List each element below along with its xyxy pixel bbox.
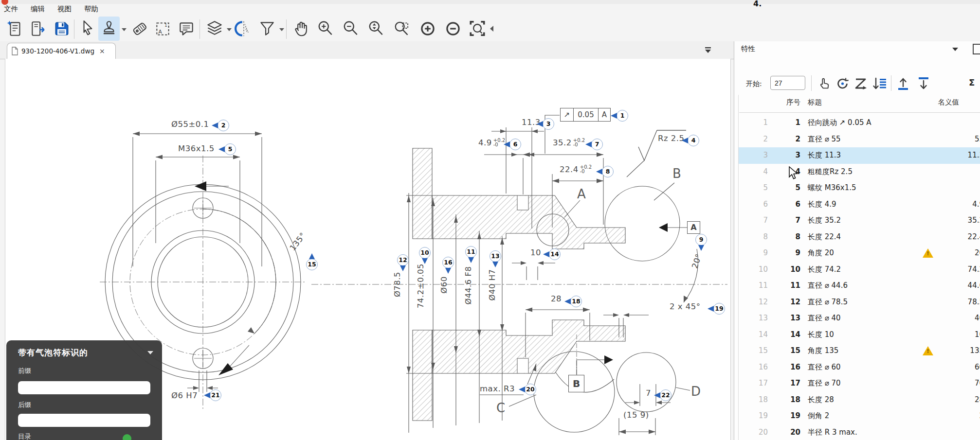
zoom-out-button[interactable] xyxy=(340,17,362,41)
nominal-value-cell: 60 xyxy=(920,363,980,371)
suffix-label: 后缀 xyxy=(18,401,31,409)
prefix-input[interactable] xyxy=(18,381,150,394)
sort-list-button[interactable] xyxy=(871,74,889,93)
column-header-num[interactable]: 序号 xyxy=(772,98,800,107)
nominal-value-cell: 44.6 xyxy=(920,281,980,290)
table-row[interactable]: 1919倒角 22 xyxy=(739,408,980,424)
dimension-title-cell: 粗糙度Rz 2.5 xyxy=(808,167,853,176)
balloon-number-cell: 16 xyxy=(772,363,800,371)
column-header-value[interactable]: 名义值 xyxy=(906,98,959,107)
table-row[interactable]: 22直径 ⌀ 5555 xyxy=(739,131,980,148)
decrease-button[interactable] xyxy=(442,17,464,41)
table-row[interactable]: 1313直径 ⌀ 4040 xyxy=(739,310,980,327)
tab-overflow-icon[interactable] xyxy=(704,46,712,54)
row-index: 10 xyxy=(743,265,768,274)
mirror-view-button[interactable] xyxy=(233,17,255,41)
menu-item[interactable]: 视图 xyxy=(57,4,72,15)
open-file-button[interactable] xyxy=(27,17,50,41)
stamp-dropdown-caret[interactable] xyxy=(122,28,127,31)
nominal-value-cell: 20 xyxy=(920,248,980,257)
table-row[interactable]: 1818长度 2828 xyxy=(739,392,980,408)
table-row[interactable]: 88长度 22.422.4 xyxy=(739,229,980,246)
table-row[interactable]: 1414长度 1010 xyxy=(739,327,980,343)
chevron-down-icon[interactable] xyxy=(952,48,958,51)
renumber-rotate-button[interactable] xyxy=(834,74,852,93)
sum-button[interactable]: Σ xyxy=(969,77,975,88)
dimension-title-cell: 倒角 2 xyxy=(808,411,829,421)
stamp-tool-button[interactable] xyxy=(98,17,120,41)
balloon-number-cell: 1 xyxy=(772,118,800,127)
nominal-value-cell: 70 xyxy=(920,379,980,387)
row-index: 20 xyxy=(743,428,768,437)
dimension-title-cell: 径向跳动 ↗ 0.05 A xyxy=(808,118,871,127)
table-row[interactable]: 1717直径 ⌀ 7070 xyxy=(739,375,980,392)
filter-button[interactable] xyxy=(256,17,278,41)
increase-button[interactable] xyxy=(417,17,439,41)
row-index: 15 xyxy=(743,346,768,355)
table-row[interactable]: 44粗糙度Rz 2.5 xyxy=(739,164,980,180)
nominal-value-cell: 22.4 xyxy=(920,232,980,241)
mouse-cursor xyxy=(788,166,801,181)
row-index: 16 xyxy=(743,363,768,371)
nominal-value-cell: 135 xyxy=(920,346,980,355)
start-label: 开始: xyxy=(746,80,762,88)
dock-pin-icon[interactable] xyxy=(973,44,980,54)
table-row[interactable]: 2020半径 R 3 max. xyxy=(739,424,980,440)
save-button[interactable] xyxy=(51,17,73,41)
table-row[interactable]: 1212直径 ⌀ 78.578.5 xyxy=(739,294,980,311)
layers-button[interactable] xyxy=(203,17,226,41)
table-row[interactable]: 1010长度 74.274.2 xyxy=(739,262,980,278)
suffix-input[interactable] xyxy=(18,414,150,427)
import-button[interactable] xyxy=(894,74,912,93)
dimension-title-cell: 直径 ⌀ 60 xyxy=(808,363,841,372)
tab-close-icon[interactable]: × xyxy=(99,47,105,55)
table-row[interactable]: 33长度 11.311.3 xyxy=(739,147,980,164)
tag-tool-button[interactable] xyxy=(128,17,151,41)
z-order-button[interactable] xyxy=(852,74,871,93)
select-cursor-button[interactable] xyxy=(77,17,99,41)
balloon-number-cell: 14 xyxy=(772,330,800,339)
row-index: 7 xyxy=(743,216,768,225)
row-index: 6 xyxy=(743,200,768,209)
menu-item[interactable]: 帮助 xyxy=(84,4,98,15)
dimension-title-cell: 长度 35.2 xyxy=(808,216,841,225)
properties-title: 特性 xyxy=(741,44,755,53)
chevron-down-icon[interactable] xyxy=(147,351,153,354)
filter-dropdown-caret[interactable] xyxy=(279,28,284,31)
region-text-select-button[interactable]: A1 xyxy=(152,17,174,41)
tab-title: 930-1200-406-V1.dwg xyxy=(21,47,94,55)
table-row[interactable]: 99角度 20!20 xyxy=(739,245,980,262)
table-row[interactable]: 55螺纹 M36x1.5 xyxy=(739,180,980,196)
row-index: 17 xyxy=(743,379,768,387)
table-row[interactable]: 11径向跳动 ↗ 0.05 A xyxy=(739,115,980,131)
layers-dropdown-caret[interactable] xyxy=(227,28,232,31)
dimension-title-cell: 角度 20 xyxy=(808,248,834,258)
column-header-title[interactable]: 标题 xyxy=(808,98,822,107)
pick-balloon-button[interactable] xyxy=(815,74,834,93)
document-tab[interactable]: 930-1200-406-V1.dwg × xyxy=(7,43,116,59)
comment-button[interactable] xyxy=(175,17,198,41)
export-button[interactable] xyxy=(914,74,933,93)
table-row[interactable]: 1616直径 ⌀ 6060 xyxy=(739,359,980,376)
zoom-selection-button[interactable] xyxy=(466,17,489,41)
new-file-button[interactable] xyxy=(4,17,26,41)
balloon-number-cell: 5 xyxy=(772,183,800,192)
table-row[interactable]: 77长度 35.235.2 xyxy=(739,212,980,229)
table-row[interactable]: 1111直径 ⌀ 44.644.6 xyxy=(739,278,980,294)
start-number-input[interactable] xyxy=(770,76,805,90)
prefix-label: 前缀 xyxy=(18,367,31,375)
collapse-toolbar-button[interactable] xyxy=(487,17,496,41)
zoom-window-button[interactable] xyxy=(391,17,414,41)
table-row[interactable]: 1515角度 135!135 xyxy=(739,343,980,359)
zoom-in-button[interactable] xyxy=(314,17,337,41)
menu-item[interactable]: 文件 xyxy=(4,4,18,15)
pan-hand-button[interactable] xyxy=(290,17,312,41)
nominal-value-cell: 28 xyxy=(920,395,980,404)
dimension-title-cell: 直径 ⌀ 40 xyxy=(808,314,841,323)
menu-item[interactable]: 编辑 xyxy=(31,4,45,15)
balloon-number-cell: 18 xyxy=(772,395,800,404)
table-row[interactable]: 66长度 4.94.9 xyxy=(739,196,980,213)
zoom-extents-button[interactable] xyxy=(365,17,387,41)
balloon-number-cell: 2 xyxy=(772,135,800,143)
balloon-number-cell: 12 xyxy=(772,298,800,306)
